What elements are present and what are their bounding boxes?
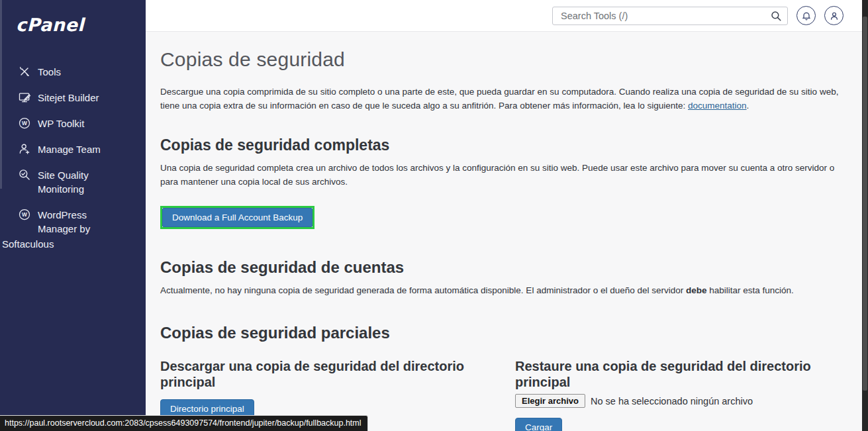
wordpress-icon: W [18,117,31,130]
notifications-button[interactable] [796,6,816,25]
wordpress-icon: W [18,208,31,221]
account-backups-text-end: habilitar esta función. [707,285,794,295]
account-backups-heading: Copias de seguridad de cuentas [160,258,853,277]
account-backups-bold: debe [686,285,707,295]
sidebar-item-wp-toolkit[interactable]: W WP Toolkit [0,111,146,136]
sidebar-item-label: WP Toolkit [38,117,84,130]
tools-icon [18,65,31,78]
bell-icon [801,11,812,21]
page-title: Copias de seguridad [160,48,853,71]
sidebar-item-label: Manage Team [38,142,101,156]
magnifier-check-icon [18,168,31,181]
sidebar-item-wordpress-manager[interactable]: W WordPress Manager by [0,202,146,242]
user-menu-button[interactable] [824,6,844,25]
sidebar-item-label: Tools [38,65,61,79]
restore-home-directory-section: Restaure una copia de seguridad del dire… [515,358,853,431]
person-plus-icon [18,142,31,156]
full-backups-description: Una copia de seguridad completa crea un … [160,161,853,189]
intro-text-end: . [747,101,749,111]
cpanel-logo[interactable]: cPanel [0,0,146,35]
download-full-backup-button[interactable]: Download a Full Account Backup [162,208,313,227]
download-home-heading: Descargar una copia de seguridad del dir… [160,358,505,390]
search-box [552,7,788,25]
account-backups-text: Actualmente, no hay ninguna copia de seg… [160,283,853,297]
sidebar-item-label: Sitejet Builder [38,91,99,105]
file-input-row: Elegir archivo No se ha seleccionado nin… [515,394,853,408]
sidebar-item-site-quality-monitoring[interactable]: Site Quality Monitoring [0,162,146,202]
top-header [146,0,862,32]
full-backups-heading: Copias de seguridad completas [160,136,853,154]
scrollbar-thumb[interactable] [863,17,867,391]
svg-text:W: W [22,120,27,126]
choose-file-button[interactable]: Elegir archivo [515,394,585,408]
user-icon [829,11,840,21]
link-status-bar: https://paul.rootservercloud.com:2083/cp… [0,415,368,431]
sidebar-nav: Tools Sitejet Builder W WP Toolkit [0,59,146,257]
upload-button[interactable]: Cargar [515,418,562,431]
search-icon[interactable] [770,10,782,22]
documentation-link[interactable]: documentation [688,101,747,111]
sidebar-item-tools[interactable]: Tools [0,59,146,85]
no-file-selected-text: No se ha seleccionado ningún archivo [591,396,753,407]
restore-home-heading: Restaure una copia de seguridad del dire… [515,358,853,390]
sidebar-item-sitejet-builder[interactable]: Sitejet Builder [0,85,146,111]
sidebar-item-label-overflow[interactable]: Softaculous [0,237,146,257]
monitor-pen-icon [18,91,31,104]
svg-text:W: W [22,211,27,218]
sidebar-item-label: WordPress Manager by [38,208,121,236]
vertical-scrollbar[interactable] [862,0,868,431]
sidebar: cPanel Tools Sitejet Builder [0,0,146,431]
sidebar-item-manage-team[interactable]: Manage Team [0,136,146,162]
intro-paragraph: Descargue una copia comprimida de su sit… [160,85,853,113]
partial-backups-heading: Copias de seguridad parciales [160,324,853,342]
sidebar-item-label: Site Quality Monitoring [38,168,121,196]
sidebar-scrollbar[interactable] [0,0,2,189]
highlight-overlay: Download a Full Account Backup [160,206,314,229]
search-input[interactable] [552,7,788,25]
main-content: Copias de seguridad Descargue una copia … [146,32,862,431]
account-backups-text-start: Actualmente, no hay ninguna copia de seg… [160,285,686,295]
